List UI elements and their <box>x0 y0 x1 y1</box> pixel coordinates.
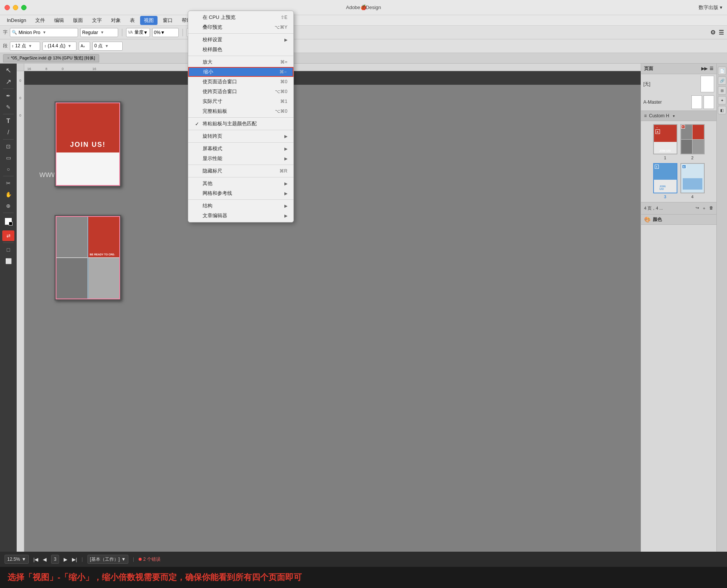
dd-actual-size[interactable]: 实际尺寸 ⌘1 <box>188 96 293 106</box>
tool-scissors[interactable]: ✂ <box>2 178 14 188</box>
pages-menu-icon[interactable]: ☰ <box>710 66 713 71</box>
dd-story-editor[interactable]: 文章编辑器 ▶ <box>188 211 293 221</box>
tool-swap[interactable]: ⇄ <box>2 230 14 241</box>
leading-select[interactable]: ↕ (14.4 点) ▼ <box>42 42 76 51</box>
menu-file[interactable]: 文件 <box>31 16 49 25</box>
tool-apply-gradient[interactable]: ⬜ <box>2 256 14 266</box>
strip-icon-links[interactable]: 🔗 <box>718 76 726 85</box>
page-thumb-4[interactable]: A <box>680 163 705 193</box>
page-thumb-1[interactable]: A A JOIN US! <box>653 124 677 154</box>
menu-view[interactable]: 视图 <box>140 16 158 25</box>
font-style-select[interactable]: Regular ▼ <box>80 28 118 37</box>
dd-rotate-arrow: ▶ <box>284 134 287 139</box>
dd-display-performance[interactable]: 显示性能 ▶ <box>188 154 293 163</box>
zoom-select[interactable]: 12.5% ▼ <box>5 555 29 564</box>
tool-line[interactable]: / <box>2 127 14 138</box>
menu-icon[interactable]: ☰ <box>719 29 724 36</box>
canvas-content: www.MacZ.com JOIN US! <box>24 71 641 552</box>
page-thumb-3[interactable]: A JOIN US! <box>653 163 677 193</box>
toolbar-row1: 字 🔍 Minion Pro ▼ Regular ▼ VA 量度 ▼ 0% ▼ … <box>0 26 727 39</box>
dd-fit-spread[interactable]: 使跨页适合窗口 ⌥⌘0 <box>188 87 293 96</box>
tool-fill[interactable] <box>2 216 14 227</box>
menu-edit[interactable]: 编辑 <box>50 16 68 25</box>
pages-expand-icon[interactable]: ▶▶ <box>701 66 707 71</box>
dd-zoom-in[interactable]: 放大 ⌘= <box>188 57 293 67</box>
dd-structure[interactable]: 结构 ▶ <box>188 201 293 211</box>
digital-publish-button[interactable]: 数字出版 ▾ <box>699 4 722 11</box>
nav-forward-icon[interactable]: ▶ <box>64 557 67 562</box>
tool-rectangle[interactable]: ▭ <box>2 152 14 163</box>
page-select[interactable]: 3 <box>51 555 59 564</box>
none-thumb <box>700 76 714 92</box>
tool-select[interactable]: ↖ <box>2 65 14 76</box>
dd-cpu-preview-label: 在 CPU 上预览 <box>203 14 236 21</box>
strip-icon-table[interactable]: ⊞ <box>718 86 726 95</box>
pages-add-icon[interactable]: ＋ <box>702 205 706 211</box>
dd-screen-mode[interactable]: 屏幕模式 ▶ <box>188 144 293 154</box>
page-item-3[interactable]: A JOIN US! 3 <box>653 163 677 199</box>
tool-pen[interactable]: ✒ <box>2 90 14 101</box>
view-dropdown-menu[interactable]: 在 CPU 上预览 ⇧E 叠印预览 ⌥⌘Y 校样设置 ▶ 校样颜色 放大 ⌘= … <box>188 11 294 222</box>
va-field[interactable]: VA 量度 ▼ <box>126 28 150 37</box>
pages-move-icon[interactable]: ↪ <box>696 205 699 211</box>
dd-actual-size-shortcut: ⌘1 <box>280 99 287 104</box>
dd-match-pasteboard[interactable]: ✓ 将粘贴板与主题颜色匹配 <box>188 119 293 129</box>
font-size-select[interactable]: ↕ 12 点 ▼ <box>10 42 40 51</box>
minimize-button[interactable] <box>13 5 18 10</box>
nav-back-icon[interactable]: ◀ <box>43 557 47 562</box>
tool-direct-select[interactable]: ↗ <box>2 76 14 87</box>
page-thumb-2[interactable]: A <box>680 124 705 154</box>
font-search-input[interactable]: 🔍 Minion Pro ▼ <box>10 28 78 37</box>
tool-hand[interactable]: ✋ <box>2 189 14 200</box>
settings-icon[interactable]: ⚙ <box>710 29 716 36</box>
preset-select[interactable]: [基本（工作）] ▼ <box>87 555 129 564</box>
dd-extras[interactable]: 其他 ▶ <box>188 179 293 188</box>
dd-extras-label: 其他 <box>203 180 212 187</box>
menu-table[interactable]: 表 <box>126 16 139 25</box>
maximize-button[interactable] <box>21 5 27 10</box>
nav-last-icon[interactable]: ▶| <box>72 557 77 562</box>
menu-window[interactable]: 窗口 <box>159 16 176 25</box>
dd-cpu-preview[interactable]: 在 CPU 上预览 ⇧E <box>188 12 293 22</box>
close-button[interactable] <box>5 5 10 10</box>
tracking-select[interactable]: 0 点 ▼ <box>92 42 123 51</box>
dd-hide-rulers[interactable]: 隐藏标尺 ⌘R <box>188 166 293 176</box>
tool-rectangle-frame[interactable]: ⊡ <box>2 141 14 152</box>
dd-screen-mode-arrow: ▶ <box>284 146 287 151</box>
percent-field[interactable]: 0% ▼ <box>152 28 179 37</box>
canvas-page2-shadow: BE READY TO CRE- <box>55 215 121 300</box>
dd-proof-setup[interactable]: 校样设置 ▶ <box>188 35 293 45</box>
tool-ellipse[interactable]: ○ <box>2 164 14 174</box>
pages-info: 4 页，4 ... <box>644 205 663 211</box>
strip-icon-layers[interactable]: ◧ <box>718 106 726 114</box>
strip-icon-pages[interactable]: 📄 <box>718 67 726 75</box>
aa-select[interactable]: Aₐ <box>79 42 90 51</box>
menu-layout[interactable]: 版面 <box>69 16 87 25</box>
dd-proof-colors[interactable]: 校样颜色 <box>188 45 293 54</box>
page-item-4[interactable]: A 4 <box>680 163 705 199</box>
p4-strip <box>683 178 702 190</box>
dd-fit-page[interactable]: 使页面适合窗口 ⌘0 <box>188 77 293 87</box>
dd-zoom-out[interactable]: 缩小 ⌘− <box>188 67 293 77</box>
tool-type[interactable]: T <box>2 116 14 126</box>
nav-prev-icon[interactable]: |◀ <box>33 557 38 562</box>
menu-indesign[interactable]: InDesign <box>3 16 30 24</box>
canvas-area[interactable]: 16 8 0 16 0 0 0 www.MacZ.com <box>17 64 641 552</box>
tool-zoom[interactable]: ⊕ <box>2 201 14 211</box>
tool-apply-color[interactable]: □ <box>2 244 14 255</box>
tab-close-icon[interactable]: × <box>7 56 9 60</box>
p3-join: JOIN US! <box>660 185 671 190</box>
tracking-arrow: ▼ <box>105 44 109 48</box>
menu-object[interactable]: 对象 <box>107 16 125 25</box>
strip-icon-effects[interactable]: ✦ <box>718 96 726 104</box>
dd-entire-pasteboard[interactable]: 完整粘贴板 ⌥⌘0 <box>188 106 293 116</box>
dd-grids-guides[interactable]: 网格和参考线 ▶ <box>188 188 293 198</box>
dd-rotate-spread[interactable]: 旋转跨页 ▶ <box>188 131 293 141</box>
dd-overprint-preview[interactable]: 叠印预览 ⌥⌘Y <box>188 22 293 32</box>
page-item-1[interactable]: A A JOIN US! 1 <box>653 124 677 160</box>
document-tab[interactable]: × *05_PageSize.indd @ 13% [GPU 预览] [转换] <box>3 54 99 62</box>
tool-pencil[interactable]: ✎ <box>2 102 14 112</box>
pages-delete-icon[interactable]: 🗑 <box>709 205 713 211</box>
menu-text[interactable]: 文字 <box>88 16 106 25</box>
page-item-2[interactable]: A 2 <box>680 124 705 160</box>
